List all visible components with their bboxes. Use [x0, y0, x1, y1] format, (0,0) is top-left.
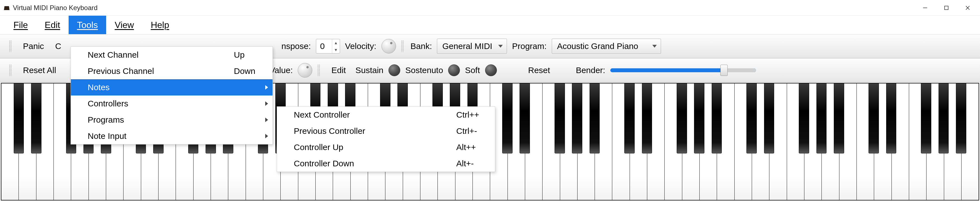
piano-black-key[interactable] [624, 83, 635, 153]
toolbar-grip[interactable] [401, 40, 404, 52]
sustain-led[interactable] [388, 64, 400, 76]
close-button[interactable] [962, 2, 973, 13]
piano-black-key[interactable] [834, 83, 844, 153]
menu-tools[interactable]: Tools [68, 16, 107, 34]
piano-black-key[interactable] [869, 83, 879, 153]
submenu-arrow-icon [265, 118, 268, 122]
menuitem-programs[interactable]: Programs [71, 112, 272, 128]
menubar: File Edit Tools View Help [0, 16, 980, 34]
sustain-label: Sustain [355, 65, 383, 75]
bender-slider[interactable] [610, 68, 756, 72]
soft-led[interactable] [485, 64, 497, 76]
piano-black-key[interactable] [816, 83, 827, 153]
sostenuto-led[interactable] [448, 64, 460, 76]
menu-help[interactable]: Help [142, 16, 178, 34]
toolbar-grip[interactable] [9, 64, 12, 76]
menuitem-next-channel[interactable]: Next Channel Up [71, 47, 272, 63]
piano-black-key[interactable] [886, 83, 897, 153]
piano-black-key[interactable] [939, 83, 949, 153]
slider-track [724, 68, 756, 72]
piano-black-key[interactable] [746, 83, 757, 153]
menuitem-accel: Down [217, 66, 265, 76]
piano-black-key[interactable] [572, 83, 582, 153]
slider-thumb[interactable] [721, 65, 728, 76]
value-knob[interactable] [298, 63, 312, 78]
spin-up-icon[interactable]: ▲ [332, 39, 340, 46]
menuitem-label: Next Channel [88, 50, 217, 60]
piano-black-key[interactable] [956, 83, 966, 153]
reset-all-button[interactable]: Reset All [19, 64, 60, 77]
titlebar: Virtual MIDI Piano Keyboard [0, 0, 980, 16]
menuitem-label: Next Controller [294, 110, 439, 119]
reset-button[interactable]: Reset [524, 64, 555, 77]
menuitem-accel: Ctrl++ [439, 110, 487, 119]
edit-button[interactable]: Edit [327, 64, 350, 77]
piano-black-key[interactable] [31, 83, 41, 153]
soft-label: Soft [465, 65, 480, 75]
velocity-knob[interactable] [382, 39, 396, 54]
menuitem-label: Previous Channel [88, 66, 217, 76]
menuitem-accel: Up [217, 50, 265, 60]
menu-file[interactable]: File [5, 16, 37, 34]
window-title: Virtual MIDI Piano Keyboard [13, 4, 97, 12]
controllers-submenu: Next Controller Ctrl++ Previous Controll… [277, 106, 495, 172]
piano-black-key[interactable] [14, 83, 24, 153]
piano-black-key[interactable] [520, 83, 530, 153]
menuitem-note-input[interactable]: Note Input [71, 128, 272, 144]
program-label: Program: [512, 41, 546, 51]
piano-black-key[interactable] [764, 83, 775, 153]
piano-black-key[interactable] [642, 83, 652, 153]
piano-black-key[interactable] [555, 83, 565, 153]
toolbar-grip[interactable] [9, 40, 12, 52]
piano-black-key[interactable] [921, 83, 931, 153]
menuitem-controllers[interactable]: Controllers [71, 95, 272, 112]
piano-black-key[interactable] [712, 83, 722, 153]
transpose-value: 0 [316, 39, 332, 53]
velocity-label: Velocity: [345, 41, 376, 51]
bank-value: General MIDI [442, 41, 492, 51]
menuitem-notes[interactable]: Notes [71, 79, 272, 95]
menuitem-controller-down[interactable]: Controller Down Alt+- [277, 156, 495, 172]
tools-dropdown: Next Channel Up Previous Channel Down No… [71, 46, 273, 145]
panic-button[interactable]: Panic [19, 40, 48, 52]
menuitem-label: Previous Controller [294, 126, 439, 136]
menuitem-label: Notes [88, 83, 265, 92]
toolbar-grip[interactable] [317, 64, 320, 76]
piano-black-key[interactable] [677, 83, 687, 153]
piano-black-key[interactable] [799, 83, 809, 153]
program-value: Acoustic Grand Piano [557, 41, 638, 51]
bender-label: Bender: [576, 65, 605, 75]
value-label: Value: [269, 65, 293, 75]
menuitem-previous-channel[interactable]: Previous Channel Down [71, 63, 272, 79]
app-icon [3, 5, 10, 11]
transpose-spinner[interactable]: 0 ▲▼ [316, 39, 340, 54]
menuitem-controller-up[interactable]: Controller Up Alt++ [277, 139, 495, 156]
menuitem-label: Controllers [88, 99, 265, 108]
menuitem-accel: Alt+- [439, 159, 487, 168]
sostenuto-label: Sostenuto [405, 65, 443, 75]
menuitem-label: Controller Up [294, 143, 439, 152]
svg-rect-1 [945, 6, 948, 10]
menuitem-previous-controller[interactable]: Previous Controller Ctrl+- [277, 123, 495, 139]
program-combo[interactable]: Acoustic Grand Piano [552, 39, 661, 54]
menu-edit[interactable]: Edit [37, 16, 68, 34]
menu-view[interactable]: View [106, 16, 142, 34]
piano-black-key[interactable] [590, 83, 600, 153]
submenu-arrow-icon [265, 102, 268, 106]
menuitem-next-controller[interactable]: Next Controller Ctrl++ [277, 107, 495, 123]
minimize-button[interactable] [920, 2, 931, 13]
menuitem-label: Note Input [88, 131, 265, 141]
spin-down-icon[interactable]: ▼ [332, 46, 340, 53]
submenu-arrow-icon [265, 134, 268, 138]
menuitem-label: Controller Down [294, 159, 439, 168]
maximize-button[interactable] [941, 2, 952, 13]
menuitem-accel: Ctrl+- [439, 126, 487, 136]
menuitem-accel: Alt++ [439, 143, 487, 152]
piano-black-key[interactable] [694, 83, 705, 153]
transpose-label: nspose: [282, 41, 311, 51]
bank-combo[interactable]: General MIDI [437, 39, 507, 54]
menuitem-label: Programs [88, 115, 265, 125]
piano-black-key[interactable] [502, 83, 512, 153]
bank-label: Bank: [410, 41, 432, 51]
submenu-arrow-icon [265, 85, 268, 90]
